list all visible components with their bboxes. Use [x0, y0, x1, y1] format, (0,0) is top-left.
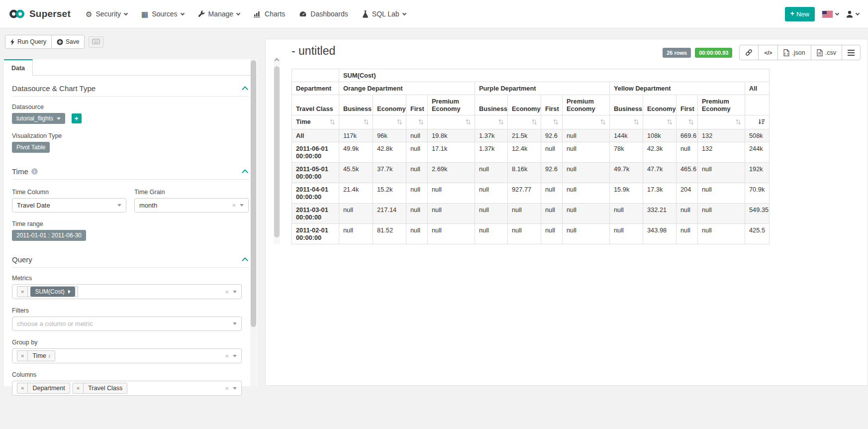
- clear-icon[interactable]: ×: [225, 289, 229, 295]
- pivot-department-header: Orange Department: [339, 82, 475, 95]
- groupby-label: Group by: [12, 339, 249, 346]
- chevron-down-icon: [402, 11, 406, 15]
- remove-token-icon[interactable]: ×: [73, 383, 84, 393]
- groupby-token[interactable]: × Time i: [17, 350, 55, 361]
- us-flag-icon: [822, 11, 833, 17]
- scroll-up-icon[interactable]: [275, 58, 280, 63]
- language-menu[interactable]: [822, 11, 839, 17]
- pivot-sort-cell: [339, 115, 373, 129]
- control-panel-scrollbar[interactable]: [250, 59, 257, 386]
- nav-manage[interactable]: Manage: [198, 10, 240, 18]
- pivot-cell: null: [508, 224, 541, 244]
- filters-label: Filters: [12, 307, 249, 314]
- scrollbar-thumb[interactable]: [251, 60, 256, 327]
- groupby-select[interactable]: × Time i ×: [12, 348, 242, 363]
- sort-icon[interactable]: [330, 118, 335, 126]
- pivot-cell: 192k: [745, 163, 770, 183]
- nav-dashboards[interactable]: Dashboards: [299, 10, 348, 18]
- pivot-cell: null: [406, 224, 428, 244]
- time-range-chip[interactable]: 2011-01-01 : 2011-06-30: [12, 230, 86, 241]
- run-query-button[interactable]: Run Query: [5, 35, 52, 49]
- sort-icon[interactable]: [634, 118, 639, 126]
- user-menu[interactable]: [846, 10, 859, 18]
- remove-token-icon[interactable]: ×: [17, 287, 28, 297]
- pivot-cell: 465.6: [676, 163, 698, 183]
- pivot-cell: 1.37k: [475, 142, 508, 163]
- export-json-button[interactable]: .json: [777, 45, 811, 60]
- pivot-cell: null: [475, 204, 508, 224]
- chart-scrollbar[interactable]: [274, 57, 280, 244]
- sort-icon[interactable]: [667, 118, 672, 126]
- superset-brand[interactable]: Superset: [9, 8, 71, 19]
- remove-token-icon[interactable]: ×: [17, 383, 28, 393]
- pivot-cell: 12.4k: [508, 142, 541, 163]
- nav-security[interactable]: ⚙ Security: [86, 10, 127, 18]
- pivot-travel-class-header: Business: [475, 95, 508, 115]
- plus-icon: +: [790, 11, 794, 16]
- dashboard-icon: [299, 10, 307, 17]
- pivot-cell: 244k: [745, 142, 770, 163]
- sort-icon[interactable]: [397, 118, 402, 126]
- clear-icon[interactable]: ×: [225, 353, 229, 359]
- metric-pill[interactable]: SUM(Cost): [30, 287, 75, 297]
- time-column-select[interactable]: Travel Date: [12, 198, 126, 213]
- sort-icon[interactable]: [498, 118, 503, 126]
- sort-icon[interactable]: [688, 118, 693, 126]
- metrics-select[interactable]: × SUM(Cost) ×: [12, 284, 242, 299]
- control-tabs: Data: [4, 59, 257, 76]
- export-csv-button[interactable]: .csv: [811, 45, 842, 60]
- pivot-cell: 144k: [610, 129, 643, 142]
- chevron-down-icon: [240, 204, 244, 207]
- section-query[interactable]: Query: [12, 255, 249, 264]
- column-token[interactable]: × Travel Class: [73, 383, 127, 394]
- add-datasource-button[interactable]: +: [72, 113, 82, 123]
- sort-icon[interactable]: [553, 118, 558, 126]
- more-options-button[interactable]: [842, 45, 861, 60]
- nav-charts[interactable]: Charts: [254, 10, 285, 18]
- save-button[interactable]: Save: [51, 35, 85, 49]
- section-time[interactable]: Time i: [12, 167, 249, 176]
- pivot-travel-class-header: First: [406, 95, 428, 115]
- sort-icon[interactable]: [600, 118, 605, 126]
- filters-select[interactable]: choose a column or metric: [12, 317, 242, 331]
- chevron-down-icon: [117, 204, 121, 207]
- sort-icon[interactable]: [532, 118, 537, 126]
- sort-icon[interactable]: [418, 118, 423, 126]
- nav-sql-lab[interactable]: SQL Lab: [362, 10, 406, 18]
- section-datasource-chart-type[interactable]: Datasource & Chart Type: [12, 84, 249, 93]
- scrollbar-thumb[interactable]: [274, 66, 280, 237]
- sort-desc-icon[interactable]: [759, 119, 765, 126]
- column-token[interactable]: × Department: [17, 383, 70, 394]
- pivot-cell: 70.9k: [745, 183, 770, 204]
- sort-icon[interactable]: [466, 118, 471, 126]
- pivot-cell: null: [475, 224, 508, 244]
- remove-token-icon[interactable]: ×: [17, 351, 28, 361]
- pivot-sort-cell: [745, 115, 770, 129]
- pivot-cell: 8.16k: [508, 163, 541, 183]
- clear-icon[interactable]: ×: [225, 385, 229, 392]
- pivot-cell: 92.6: [541, 163, 563, 183]
- app-root: Superset ⚙ Security ▦ Sources Manage Cha…: [0, 0, 868, 429]
- clear-icon[interactable]: ×: [232, 202, 236, 209]
- time-grain-select[interactable]: month ×: [134, 198, 249, 213]
- sort-icon[interactable]: [364, 118, 369, 126]
- metric-token[interactable]: × SUM(Cost): [17, 286, 78, 297]
- share-link-button[interactable]: [739, 45, 759, 60]
- datasource-chip[interactable]: tutorial_flights: [12, 113, 65, 124]
- chart-title[interactable]: - untitled: [291, 44, 335, 58]
- pivot-row: 2011-04-01 00:00:0021.4k15.2knullnullnul…: [292, 183, 770, 204]
- viz-type-chip[interactable]: Pivot Table: [12, 142, 50, 153]
- new-button[interactable]: + New: [785, 7, 815, 21]
- nav-sources[interactable]: ▦ Sources: [141, 10, 184, 18]
- columns-select[interactable]: × Department × Travel Class ×: [12, 381, 242, 396]
- sort-icon[interactable]: [736, 118, 741, 126]
- pivot-cell: 425.5: [745, 224, 770, 244]
- pivot-cell: 19.8k: [428, 129, 475, 142]
- pivot-cell: 45.5k: [339, 163, 373, 183]
- keyboard-icon: [92, 39, 100, 44]
- file-code-icon: [783, 49, 789, 56]
- embed-code-button[interactable]: </>: [758, 45, 778, 60]
- keyboard-shortcuts-button[interactable]: [89, 36, 103, 48]
- pivot-cell: 549.35: [745, 204, 770, 224]
- tab-data[interactable]: Data: [4, 59, 33, 76]
